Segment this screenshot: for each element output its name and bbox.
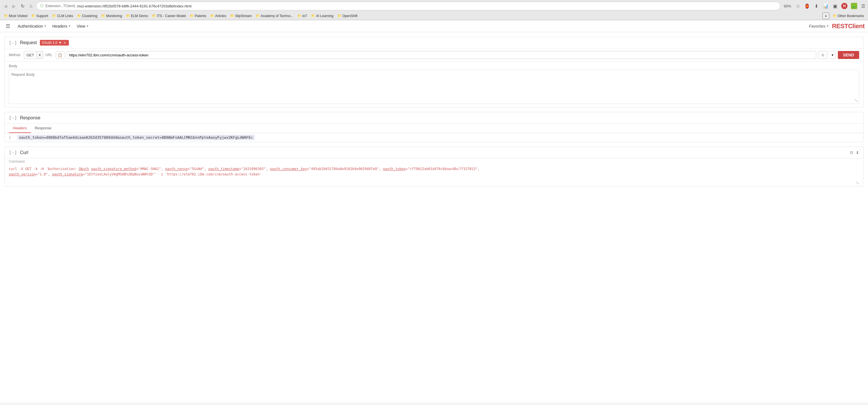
resize-handle[interactable]: ⤡ — [854, 98, 858, 103]
favorite-star-button[interactable]: ☆ — [818, 51, 827, 59]
profile-icon[interactable]: H — [841, 3, 847, 9]
bookmark-clm-links[interactable]: 📁 CLM Links — [50, 13, 75, 19]
oauth-close-button[interactable]: × — [63, 40, 66, 45]
forward-button[interactable]: ▶ — [11, 3, 17, 9]
folder-icon: 📁 — [210, 14, 214, 18]
hamburger-button[interactable]: ☰ — [3, 22, 12, 30]
tab-response-label: Response — [35, 126, 52, 130]
folder-icon: 📁 — [126, 14, 130, 18]
curl-text-line2: oauth_version="1.0", oauth_signature="1E… — [9, 172, 262, 176]
bookmark-patents[interactable]: 📁 Patents — [188, 13, 208, 19]
response-section: [-] Response Headers Response 1 oauth_to… — [5, 112, 863, 142]
url-icon-button[interactable]: 📋 — [56, 51, 64, 59]
curl-action-icons: ⧉ ⬇ — [846, 150, 863, 155]
bookmark-label: Support — [36, 14, 48, 18]
zoom-level: 90% — [783, 4, 792, 8]
url-bar[interactable]: 🛡 Extension...TClient) moz-extension://8… — [36, 2, 780, 10]
pocket-icon[interactable]: 🏮 — [804, 3, 810, 9]
response-toggle[interactable]: [-] — [9, 115, 17, 120]
folder-icon: 📁 — [311, 14, 315, 18]
reader-view-icon[interactable]: ▣ — [832, 3, 838, 9]
bookmark-label: IoT — [302, 14, 307, 18]
tab-response[interactable]: Response — [31, 124, 56, 133]
favorites-label: Favorites — [809, 24, 826, 28]
url-input[interactable] — [67, 51, 816, 59]
bookmark-monitoring[interactable]: 📁 Monitoring — [100, 13, 124, 19]
send-button[interactable]: SEND — [838, 51, 859, 59]
curl-section: [-] Curl ⧉ ⬇ Command curl -X GET -k -H '… — [5, 147, 863, 186]
authentication-dropdown-icon: ▼ — [44, 25, 47, 28]
synced-tabs-icon[interactable]: 📊 — [822, 3, 829, 9]
headers-dropdown-icon: ▼ — [68, 25, 71, 28]
home-button[interactable]: ⌂ — [28, 3, 34, 9]
request-section-header: [-] Request OAuth 1.0 ▼ × — [5, 37, 863, 49]
browser-icons: 🏮 ⬇ 📊 ▣ H 🧩 ☰ — [804, 3, 866, 9]
body-label: Body — [9, 64, 859, 68]
bookmark-clustering[interactable]: 📁 Clustering — [75, 13, 99, 19]
shield-icon: 🛡 — [40, 4, 44, 8]
url-label: URL — [45, 53, 54, 57]
bookmark-ai-learning[interactable]: 📁 AI Learning — [309, 13, 335, 19]
bookmark-slipstream[interactable]: 📁 SlipStream — [228, 13, 254, 19]
oauth-badge-dropdown[interactable]: ▼ — [59, 41, 62, 45]
menu-button[interactable]: ☰ — [861, 3, 866, 9]
download-command-button[interactable]: ⬇ — [856, 150, 859, 155]
view-label: View — [76, 24, 85, 28]
authentication-menu[interactable]: Authentication ▼ — [15, 20, 50, 32]
copy-command-button[interactable]: ⧉ — [850, 150, 853, 155]
curl-section-title: Curl — [20, 150, 28, 155]
browser-toolbar: ◀ ▶ ↻ ⌂ 🛡 Extension...TClient) moz-exten… — [0, 0, 868, 12]
curl-header-row: [-] Curl ⧉ ⬇ — [5, 147, 863, 158]
favorites-button[interactable]: Favorites ▼ — [806, 24, 832, 28]
bookmark-elm-demo[interactable]: 📁 ELM Demo — [124, 13, 150, 19]
response-content: 1 oauth_token=d988bdfaf5ae4dcaae8263d357… — [5, 133, 863, 142]
body-textarea[interactable] — [9, 70, 859, 104]
folder-icon: 📁 — [152, 14, 156, 18]
browser-chrome: ◀ ▶ ↻ ⌂ 🛡 Extension...TClient) moz-exten… — [0, 0, 868, 20]
bookmarks-bar: 📁 Most Visited 📁 Support 📁 CLM Links 📁 C… — [0, 12, 868, 20]
bookmarks-more-button[interactable]: » — [823, 12, 829, 19]
tab-headers[interactable]: Headers — [9, 124, 31, 133]
folder-icon: 📁 — [298, 14, 301, 18]
oauth-badge[interactable]: OAuth 1.0 ▼ × — [40, 40, 69, 46]
extension-icon[interactable]: 🧩 — [851, 3, 857, 9]
bookmark-openshift[interactable]: 📁 OpenShift — [336, 13, 359, 19]
folder-icon: 📁 — [256, 14, 260, 18]
curl-text-line1: curl -X GET -k -H 'Authorization: OAuth … — [9, 167, 480, 171]
method-select[interactable]: GET ▼ — [24, 51, 43, 59]
app-title: RESTClient — [832, 23, 865, 30]
folder-icon: 📁 — [77, 14, 81, 18]
bookmark-iot[interactable]: 📁 IoT — [296, 13, 309, 19]
other-bookmarks-label: Other Bookmarks — [838, 14, 864, 18]
view-menu[interactable]: View ▼ — [74, 20, 92, 32]
other-bookmarks[interactable]: 📁 Other Bookmarks — [831, 13, 866, 19]
bookmark-support[interactable]: 📁 Support — [30, 13, 50, 19]
view-dropdown-icon: ▼ — [86, 25, 89, 28]
bookmark-label: Articles — [215, 14, 226, 18]
bookmark-label: CLM Links — [57, 14, 73, 18]
back-button[interactable]: ◀ — [2, 3, 8, 9]
bookmark-star-button[interactable]: ☆ — [795, 3, 801, 9]
favorite-dropdown-button[interactable]: ▼ — [830, 51, 836, 59]
headers-menu[interactable]: Headers ▼ — [50, 20, 74, 32]
bookmark-articles[interactable]: 📁 Articles — [209, 13, 228, 19]
url-display: moz-extension://852b0578-b8f6-2444-8191-… — [77, 4, 777, 8]
request-toggle[interactable]: [-] — [9, 40, 17, 46]
folder-icon: 📁 — [31, 14, 35, 18]
bookmark-label: Academy of Techno... — [261, 14, 293, 18]
bookmark-academy[interactable]: 📁 Academy of Techno... — [254, 13, 295, 19]
request-section-title: Request — [20, 40, 37, 45]
curl-resize-handle[interactable]: ⤡ — [5, 179, 863, 186]
bookmark-its-career[interactable]: 📁 ITS - Career Model — [150, 13, 188, 19]
tab-headers-label: Headers — [13, 126, 27, 130]
bookmark-label: AI Learning — [316, 14, 333, 18]
folder-icon: 📁 — [190, 14, 194, 18]
bookmark-most-visited[interactable]: 📁 Most Visited — [2, 13, 29, 19]
method-dropdown-icon[interactable]: ▼ — [36, 51, 43, 59]
curl-toggle[interactable]: [-] — [9, 150, 17, 155]
bookmark-label: ITS - Career Model — [157, 14, 186, 18]
curl-content: curl -X GET -k -H 'Authorization: OAuth … — [5, 164, 863, 179]
folder-icon: 📁 — [52, 14, 56, 18]
reload-button[interactable]: ↻ — [19, 3, 26, 9]
downloads-icon[interactable]: ⬇ — [814, 3, 819, 9]
